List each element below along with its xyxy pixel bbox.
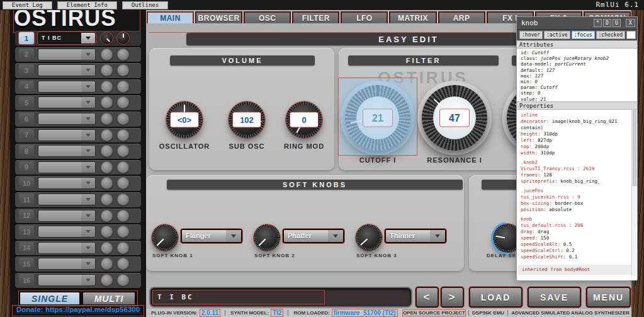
next-preset-button[interactable]: > (441, 287, 464, 308)
save-button[interactable]: SAVE (528, 287, 581, 308)
part-knob-1[interactable] (101, 193, 113, 205)
part-row-14[interactable]: 14 (15, 241, 141, 256)
part-preset-dropdown[interactable] (38, 129, 96, 141)
part-knob-2[interactable] (117, 64, 129, 76)
part-preset-dropdown[interactable] (38, 96, 96, 108)
part-row-8[interactable]: 8 (15, 144, 141, 159)
soft-knob-dropdown-2[interactable]: Phatter (283, 229, 344, 243)
part-row-7[interactable]: 7 (15, 128, 141, 143)
part-knob-1[interactable] (101, 242, 113, 254)
inspector-scrollbar-thumb[interactable] (633, 110, 636, 186)
part-row-6[interactable]: 6 (15, 112, 141, 127)
debugger-menu-button-outlines[interactable]: Outlines (122, 1, 168, 9)
part-knob-1[interactable] (101, 258, 113, 270)
part-preset-dropdown[interactable] (38, 49, 96, 61)
part-row-5[interactable]: 5 (15, 95, 141, 110)
part-preset-dropdown[interactable] (38, 64, 96, 76)
part-knob-2[interactable] (117, 274, 129, 286)
debugger-menu-button-element-info[interactable]: Element Info (57, 1, 117, 9)
part-knob-1[interactable] (101, 129, 113, 141)
tab-filter[interactable]: FILTER (292, 11, 339, 23)
part-knob-1[interactable] (101, 64, 113, 76)
part-knob-1[interactable] (101, 96, 113, 108)
pseudo-toggle-checked[interactable]: :checked (596, 31, 626, 39)
part-row-11[interactable]: 11 (15, 192, 141, 207)
part-knob-2[interactable] (117, 113, 129, 125)
menu-button[interactable]: MENU (586, 287, 631, 308)
part-preset-dropdown[interactable] (38, 226, 96, 238)
part-knob-1[interactable] (101, 145, 113, 157)
part-preset-dropdown[interactable] (38, 145, 96, 157)
part-knob-2[interactable] (117, 193, 129, 205)
part-knob-1[interactable] (101, 113, 113, 125)
inspector-button-u[interactable]: U (613, 19, 621, 27)
part-preset-dropdown[interactable] (38, 274, 96, 286)
part-preset-dropdown[interactable] (38, 258, 96, 270)
inspector-button-*[interactable]: * (594, 19, 602, 27)
inspector-title-bar[interactable]: knob *DUX (517, 17, 637, 30)
part-row-16[interactable]: 16 (15, 273, 141, 288)
part-knob-1[interactable] (101, 81, 113, 93)
part-row-4[interactable]: 4 (15, 79, 141, 95)
part-row-15[interactable]: 15 (15, 256, 141, 272)
element-search-input[interactable]: knob (521, 19, 538, 27)
knob-resonance-i[interactable]: 47 (422, 85, 487, 151)
part-knob-1[interactable] (101, 210, 113, 222)
soft-knob-2[interactable] (254, 224, 280, 251)
part-knob-1[interactable] (101, 49, 113, 61)
inspector-scrollbar[interactable] (631, 110, 636, 276)
part-knob-2[interactable] (117, 49, 129, 61)
tab-browser[interactable]: BROWSER (195, 11, 242, 23)
part-row-1[interactable]: 1T I BC (15, 31, 141, 46)
part-row-3[interactable]: 3 (15, 63, 141, 78)
knob-ring-mod[interactable]: 0 (286, 101, 322, 138)
part-knob-2[interactable] (117, 258, 129, 270)
prev-preset-button[interactable]: < (415, 287, 439, 308)
part-knob-2[interactable] (117, 210, 129, 222)
multi-mode-button[interactable]: MULTI (82, 291, 136, 306)
part-knob-2[interactable] (117, 81, 129, 93)
part-preset-dropdown[interactable] (38, 210, 96, 222)
part-knob-2[interactable] (117, 177, 129, 189)
pseudo-filter-input[interactable] (626, 31, 636, 39)
part-row-12[interactable]: 12 (15, 209, 141, 224)
debugger-menu-button-event-log[interactable]: Event Log (3, 1, 52, 9)
part-preset-dropdown[interactable]: T I BC (38, 32, 96, 44)
part-knob-2[interactable] (117, 129, 129, 141)
knob-sub-osc[interactable]: 102 (229, 101, 265, 138)
part-preset-dropdown[interactable] (38, 81, 96, 93)
part-row-2[interactable]: 2 (15, 47, 141, 62)
part-knob-1[interactable] (101, 274, 113, 286)
part-row-10[interactable]: 10 (15, 176, 141, 191)
part-row-9[interactable]: 9 (15, 160, 141, 175)
soft-knob-3[interactable] (356, 224, 382, 251)
single-mode-button[interactable]: SINGLE (19, 291, 81, 306)
part-preset-dropdown[interactable] (38, 242, 96, 254)
knob-oscillator[interactable]: <0> (166, 101, 203, 138)
part-knob-1[interactable] (101, 32, 113, 44)
tab-arp[interactable]: ARP (438, 11, 485, 23)
pseudo-toggle-focus[interactable]: :focus (572, 31, 595, 39)
part-preset-dropdown[interactable] (38, 113, 96, 125)
part-knob-2[interactable] (117, 161, 129, 173)
part-knob-2[interactable] (117, 226, 129, 238)
close-icon[interactable]: X (626, 19, 635, 27)
load-button[interactable]: LOAD (469, 287, 523, 308)
part-knob-2[interactable] (117, 32, 129, 44)
tab-matrix[interactable]: MATRIX (389, 11, 436, 23)
part-preset-dropdown[interactable] (38, 177, 96, 189)
pseudo-toggle-active[interactable]: :active (544, 31, 570, 39)
pseudo-toggle-hover[interactable]: :hover (519, 31, 543, 39)
part-preset-dropdown[interactable] (38, 161, 96, 173)
part-knob-2[interactable] (117, 145, 129, 157)
inspector-button-d[interactable]: D (603, 19, 611, 27)
part-knob-2[interactable] (117, 96, 129, 108)
part-knob-1[interactable] (101, 161, 113, 173)
tab-lfo[interactable]: LFO (341, 11, 388, 23)
part-knob-1[interactable] (101, 226, 113, 238)
soft-knob-1[interactable] (152, 224, 178, 251)
donate-link[interactable]: Donate: https://paypal.me/dsp56300 (13, 306, 144, 316)
part-preset-dropdown[interactable] (38, 193, 96, 205)
part-knob-1[interactable] (101, 177, 113, 189)
part-row-13[interactable]: 13 (15, 224, 141, 239)
